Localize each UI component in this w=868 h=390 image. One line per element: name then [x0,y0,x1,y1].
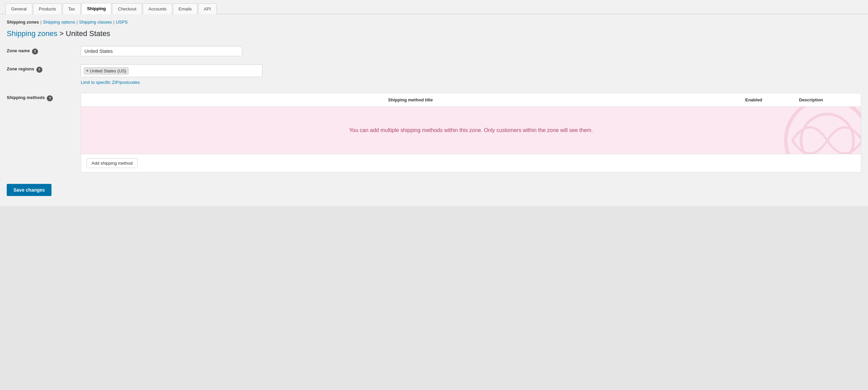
methods-table-header: Shipping method title Enabled Descriptio… [81,93,861,107]
zone-regions-help-icon[interactable]: ? [36,67,42,73]
subnav-link-shipping-classes[interactable]: Shipping classes [79,20,112,25]
shipping-methods-field: Shipping method title Enabled Descriptio… [81,93,861,172]
tabs-bar: General Products Tax Shipping Checkout A… [0,0,868,14]
limit-zip-link[interactable]: Limit to specific ZIP/postcodes [81,80,861,85]
tab-general[interactable]: General [5,3,32,14]
save-changes-button[interactable]: Save changes [7,184,52,196]
region-tag-us: × United States (US) [84,67,128,75]
zone-regions-input[interactable]: × United States (US) [81,64,262,77]
zone-name-field [81,46,861,56]
tab-emails[interactable]: Emails [173,3,197,14]
zone-name-label: Zone name ? [7,46,81,55]
tab-products[interactable]: Products [33,3,62,14]
tab-checkout[interactable]: Checkout [112,3,142,14]
col-header-enabled: Enabled [740,93,794,106]
zone-regions-label: Zone regions ? [7,64,81,73]
zone-name-input[interactable] [81,46,242,56]
tab-accounts[interactable]: Accounts [143,3,172,14]
zone-name-row: Zone name ? [7,46,861,56]
sub-nav: Shipping zones | Shipping options | Ship… [7,20,861,25]
subnav-sep-2: | [77,20,78,25]
shipping-methods-table: Shipping method title Enabled Descriptio… [81,93,861,172]
subnav-active: Shipping zones [7,20,39,25]
zone-name-help-icon[interactable]: ? [32,49,38,55]
zone-regions-field: × United States (US) Limit to specific Z… [81,64,861,85]
region-tag-remove-us[interactable]: × [86,68,89,73]
tab-api[interactable]: API [198,3,217,14]
subnav-link-usps[interactable]: USPS [116,20,127,25]
breadcrumb-parent-link[interactable]: Shipping zones [7,29,57,38]
svg-point-1 [801,114,854,154]
form-section: Zone name ? Zone regions ? × United Stat… [7,46,861,172]
breadcrumb-separator: > [60,29,66,38]
add-shipping-method-button[interactable]: Add shipping method [87,158,137,168]
breadcrumb: Shipping zones > United States [7,29,861,38]
zone-regions-row: Zone regions ? × United States (US) Limi… [7,64,861,85]
shipping-methods-label: Shipping methods ? [7,93,81,101]
shipping-methods-row: Shipping methods ? Shipping method title… [7,93,861,172]
empty-state-banner: You can add multiple shipping methods wi… [81,107,861,154]
subnav-link-shipping-options[interactable]: Shipping options [43,20,75,25]
tab-tax[interactable]: Tax [63,3,81,14]
region-tag-label: United States (US) [90,68,126,74]
subnav-sep-1: | [40,20,41,25]
tab-shipping[interactable]: Shipping [82,3,112,14]
col-header-description: Description [794,93,861,106]
content-area: Shipping zones | Shipping options | Ship… [0,14,868,206]
subnav-sep-3: | [113,20,114,25]
add-method-row: Add shipping method [81,154,861,172]
breadcrumb-current: United States [66,29,110,38]
empty-state-text: You can add multiple shipping methods wi… [349,127,593,133]
shipping-methods-help-icon[interactable]: ? [47,95,53,101]
empty-state-bg-icon [783,107,861,154]
col-header-title: Shipping method title [81,93,740,106]
